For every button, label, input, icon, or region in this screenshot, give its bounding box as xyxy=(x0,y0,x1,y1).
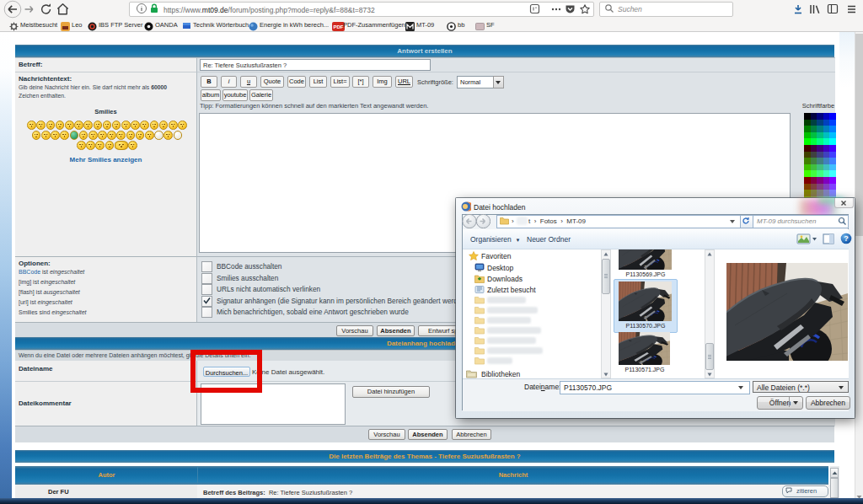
svg-text:PDF: PDF xyxy=(334,24,344,29)
svg-text:?: ? xyxy=(844,234,849,243)
